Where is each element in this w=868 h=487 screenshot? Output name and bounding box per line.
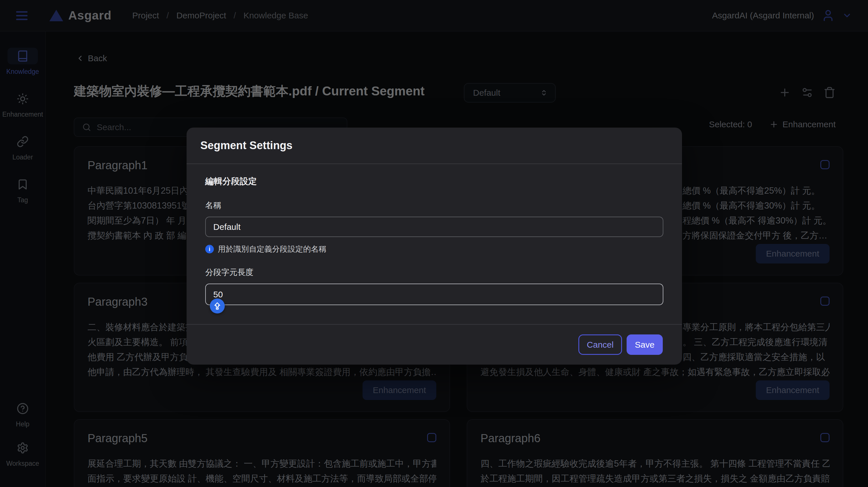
segment-settings-modal: Segment Settings 編輯分段設定 名稱 用於識別自定義分段設定的名… xyxy=(187,127,682,365)
length-field-wrap xyxy=(205,284,663,305)
modal-footer: Cancel Save xyxy=(187,324,682,365)
length-field-label: 分段字元長度 xyxy=(205,267,663,278)
name-field-label: 名稱 xyxy=(205,200,663,211)
modal-header: Segment Settings xyxy=(187,127,682,164)
info-icon xyxy=(205,245,214,253)
name-input[interactable] xyxy=(205,217,663,237)
name-help-text: 用於識別自定義分段設定的名稱 xyxy=(218,244,327,254)
modal-section-heading: 編輯分段設定 xyxy=(205,176,663,187)
app-root: Asgard Project / DemoProject / Knowledge… xyxy=(0,0,868,487)
shift-arrow-badge-icon xyxy=(210,298,225,313)
name-help-row: 用於識別自定義分段設定的名稱 xyxy=(205,244,663,254)
cancel-button[interactable]: Cancel xyxy=(578,335,622,355)
save-button[interactable]: Save xyxy=(627,335,663,355)
segment-length-input[interactable] xyxy=(205,284,663,305)
modal-body: 編輯分段設定 名稱 用於識別自定義分段設定的名稱 分段字元長度 xyxy=(187,164,682,305)
modal-title: Segment Settings xyxy=(200,139,292,152)
